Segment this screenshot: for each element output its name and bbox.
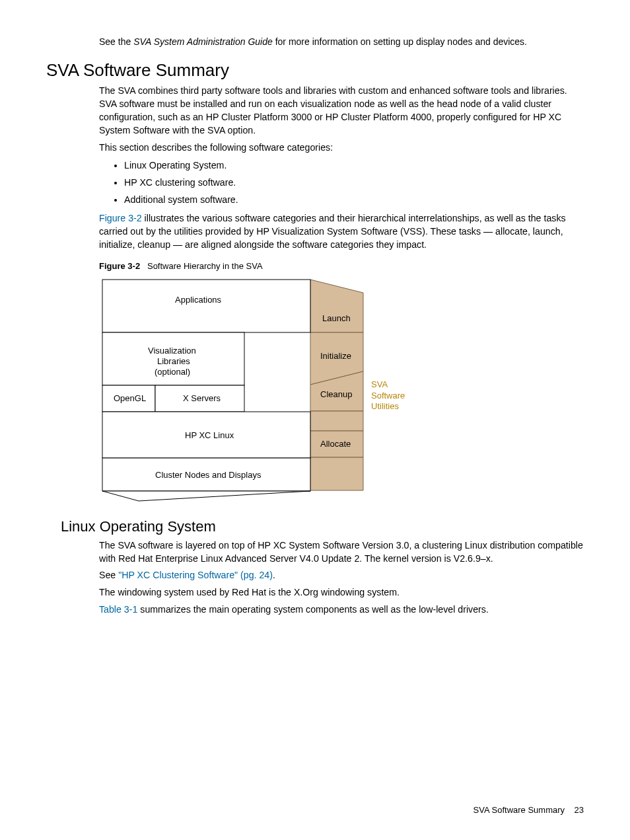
task-launch: Launch: [322, 313, 351, 323]
sva-label-line: Utilities: [371, 401, 405, 412]
subsection-heading: Linux Operating System: [61, 518, 584, 535]
sva-label-line: Software: [371, 391, 405, 402]
svg-marker-12: [102, 491, 310, 501]
list-item: Additional system software.: [124, 194, 584, 207]
see-post: .: [273, 570, 275, 580]
xref-link-hpxc[interactable]: "HP XC Clustering Software" (pg. 24): [118, 570, 273, 580]
figure-title: Software Hierarchy in the SVA: [147, 261, 263, 271]
see-pre: See: [99, 570, 118, 580]
paragraph-linux-intro: The SVA software is layered on top of HP…: [99, 539, 584, 566]
svg-marker-3: [310, 411, 363, 431]
list-item: Linux Operating System.: [124, 159, 584, 172]
list-item: HP XC clustering software.: [124, 176, 584, 190]
figure-label: Figure 3-2: [99, 261, 140, 271]
svg-marker-0: [310, 280, 363, 332]
paragraph-overview: The SVA combines third party software to…: [99, 85, 584, 137]
figure-caption: Figure 3-2 Software Hierarchy in the SVA: [99, 261, 584, 271]
box-opengl: OpenGL: [114, 393, 146, 403]
intro-note: See the SVA System Administration Guide …: [99, 36, 584, 47]
paragraph-table-intro: Table 3-1 summarizes the main operating …: [99, 603, 584, 617]
box-xservers: X Servers: [183, 393, 221, 403]
task-initialize: Initialize: [320, 351, 351, 361]
task-cleanup: Cleanup: [320, 389, 352, 399]
footer-title: SVA Software Summary: [473, 805, 565, 815]
svg-rect-6: [102, 280, 310, 332]
box-cluster: Cluster Nodes and Displays: [155, 470, 262, 480]
box-hpxc: HP XC Linux: [185, 430, 234, 440]
box-applications: Applications: [175, 295, 222, 305]
intro-pre: See the: [99, 36, 133, 47]
figure-intro-rest: illustrates the various software categor…: [99, 213, 566, 250]
paragraph-categories-intro: This section describes the following sof…: [99, 141, 584, 155]
box-vizlib-line3: (optional): [155, 367, 190, 377]
section-heading: SVA Software Summary: [46, 60, 584, 81]
paragraph-xorg: The windowing system used by Red Hat is …: [99, 586, 584, 599]
sva-label-line: SVA: [371, 379, 405, 391]
sva-utilities-label: SVA Software Utilities: [371, 379, 405, 413]
paragraph-see-link: See "HP XC Clustering Software" (pg. 24)…: [99, 569, 584, 582]
figure-xref-link[interactable]: Figure 3-2: [99, 213, 142, 223]
task-allocate: Allocate: [320, 439, 351, 449]
box-vizlib-line2: Libraries: [157, 356, 190, 366]
intro-post: for more information on setting up displ…: [273, 36, 527, 47]
table-xref-link[interactable]: Table 3-1: [99, 604, 137, 615]
paragraph-figure-intro: Figure 3-2 illustrates the various softw…: [99, 212, 584, 252]
figure-diagram: Applications Visualization Libraries (op…: [99, 276, 469, 509]
intro-doc-title: SVA System Administration Guide: [133, 36, 273, 47]
svg-marker-5: [310, 457, 363, 490]
table-intro-rest: summarizes the main operating system com…: [137, 604, 488, 615]
category-list: Linux Operating System. HP XC clustering…: [99, 159, 584, 207]
page-footer: SVA Software Summary 23: [473, 805, 584, 815]
footer-page-number: 23: [575, 805, 584, 815]
box-vizlib-line1: Visualization: [148, 346, 196, 356]
